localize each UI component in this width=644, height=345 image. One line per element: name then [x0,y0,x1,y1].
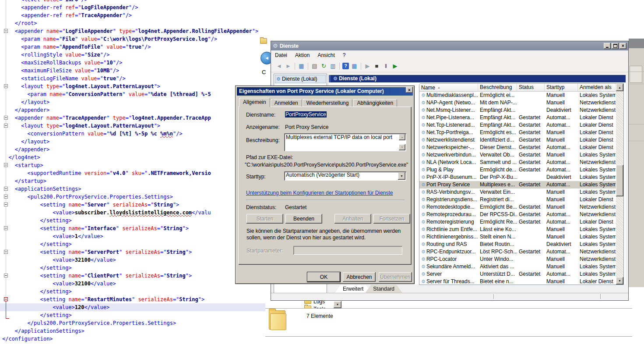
fold-marker[interactable] [4,187,8,191]
dialog-titlebar[interactable]: Eigenschaften von Port Proxy Service (Lo… [237,87,413,96]
starttyp-select[interactable]: Automatisch (Verzögerter Start) ▼ [284,171,406,181]
console-tree-icon[interactable]: ▦ [298,62,305,70]
service-name-cell: ⚙Net.Pipe-Listenera... [419,114,478,121]
close-icon[interactable]: × [406,87,413,93]
stop-service-icon[interactable]: ■ [373,62,380,70]
tab-anmelden[interactable]: Anmelden [271,99,302,107]
abbrechen-button[interactable]: Abbrechen [343,272,376,282]
service-row[interactable]: ⚙RAS-Verbindungsv...Verwaltet Ein...Manu… [419,189,623,196]
service-row[interactable]: ⚙Registrierungsdiens...Registriert di...… [419,196,623,203]
menu-item-help[interactable]: ? [339,50,350,60]
column-header-anmelden-als[interactable]: Anmelden als [578,84,616,92]
startoptions-help-link[interactable]: Unterstützung beim Konfigurieren der Sta… [246,190,393,196]
service-row[interactable]: ⚙Remoteprozedurau...Der RPCSS-Di...Gesta… [419,211,623,218]
service-row[interactable]: ⚙Port Proxy ServiceMultiplexes e...Gesta… [419,181,623,189]
service-row[interactable]: ⚙Netzwerkverbindun...Verwaltet Ob...Gest… [419,151,623,159]
uebernehmen-button[interactable]: Übernehmen [379,272,412,282]
menu-item-datei[interactable]: Datei [271,50,291,60]
fold-marker[interactable] [4,274,8,277]
column-header-status[interactable]: Status [517,84,545,92]
close-button[interactable]: × [619,43,626,49]
service-row[interactable]: ⚙Netzwerkspeicher-...Dieser Dienst...Ges… [419,144,623,151]
help-icon[interactable]: ? [342,63,349,69]
chevron-down-icon[interactable]: ▼ [398,172,405,180]
chevron-down-icon[interactable]: ▼ [334,301,341,308]
pause-service-icon[interactable]: ‖ [382,62,390,70]
code-line[interactable]: <appender-ref ref="LogFileAppender"/> [0,4,644,11]
scrollbar-thumb[interactable] [616,165,623,196]
refresh-icon[interactable]: ↻ [320,62,327,70]
service-row[interactable]: ⚙Net.Tcp-Portfreiga...Ermöglicht es...Ge… [419,129,623,136]
maximize-button[interactable] [612,43,619,49]
menu-item-ansicht[interactable]: Ansicht [313,50,338,60]
service-row[interactable]: ⚙NetzwerklistendienstIdentifiziert d...G… [419,136,623,144]
view-tab-erweitert[interactable]: Erweitert [335,285,371,293]
service-row[interactable]: ⚙Net.Pipe-Listenera...Empfängt Akt...Ges… [419,114,623,121]
vertical-scrollbar[interactable]: ▲ ▼ [616,84,623,285]
ok-button[interactable]: OK [307,272,340,282]
anhalten-button[interactable]: Anhalten [334,214,371,224]
back-icon[interactable]: ◄ [275,62,283,70]
properties-icon[interactable]: ▤ [311,62,318,70]
service-row[interactable]: ⚙PnP-X-IP-Busenum...Der PnP-X-Bu...Deakt… [419,174,623,181]
service-row[interactable]: ⚙Sekundäre Anmeld...Aktiviert das ...Man… [419,263,623,270]
service-row[interactable]: ⚙RemoteregistrierungErmöglicht Re...Gest… [419,218,623,226]
service-row[interactable]: ⚙Richtlinie zum Entfe...Lässt eine Ko...… [419,226,623,233]
menu-item-aktion[interactable]: Aktion [291,50,313,60]
service-row[interactable]: ⚙RPC-LocatorUnter Windo...ManuellNetzwer… [419,256,623,263]
service-row[interactable]: ⚙Remotedesktopdie...Ermöglicht Be...Gest… [419,203,623,211]
fold-marker[interactable] [4,29,8,33]
export-list-icon[interactable]: ▥ [329,62,337,70]
service-row[interactable]: ⚙ServerUnterstützt D...GestartetAutomat.… [419,270,623,278]
service-row[interactable]: ⚙Multimediaklassenpl...Ermöglicht ei...M… [419,92,623,99]
view-tab-standard[interactable]: Standard [365,285,402,293]
column-header-starttyp[interactable]: Starttyp [545,84,578,92]
starten-button[interactable]: Starten [246,214,283,224]
fold-marker[interactable] [4,203,8,206]
service-gear-icon: ⚙ [421,279,426,284]
fold-marker[interactable] [4,124,8,128]
service-row[interactable]: ⚙Net.Msmq-Listener...Empfängt Akt...Deak… [419,107,623,114]
fold-marker[interactable] [4,163,8,167]
fold-marker[interactable] [4,195,8,199]
fold-marker[interactable] [4,226,8,230]
forward-icon[interactable]: ► [285,62,292,70]
service-row[interactable]: ⚙Server für Threads...Bietet eine n...Ma… [419,278,623,285]
service-row[interactable]: ⚙Routing und RASBietet Routin...Deaktivi… [419,241,623,248]
tree-item-dienste-lokal[interactable]: ⚙Dienste (Lokal) [275,75,326,83]
service-row[interactable]: ⚙NLA (Network Loca...Sammelt und ...Gest… [419,159,623,166]
scroll-up-icon[interactable]: ▲ [616,84,623,91]
code-line[interactable]: </root> [0,19,644,27]
code-line[interactable]: <level value="INFO"/> [0,0,644,4]
scroll-down-icon[interactable]: ▼ [399,144,405,150]
minimize-button[interactable] [604,43,611,49]
code-line[interactable]: <appender name="LogFileAppender" type="l… [0,27,644,35]
dienstname-value[interactable]: PortProxyService [285,111,327,117]
service-name-cell: ⚙Richtlinie zum Entfe... [419,226,478,233]
restart-service-icon[interactable]: ▶ [391,62,399,70]
fold-marker[interactable] [4,250,8,254]
beschreibung-field[interactable]: Multiplexes external TCP/IP data on loca… [284,133,406,151]
tab-abhängigkeiten[interactable]: Abhängigkeiten [353,99,397,107]
service-row[interactable]: ⚙RPC-Endpunktzuor...Löst RPC-Sch...Gesta… [419,248,623,256]
column-header-beschreibung[interactable]: Beschreibung [478,84,517,92]
titlebar[interactable]: ⚙ Dienste × [271,41,628,50]
code-line[interactable]: <appender-ref ref="TraceAppender"/> [0,11,644,19]
start-service-icon[interactable]: ▶ [364,62,371,70]
tab-wiederherstellung[interactable]: Wiederherstellung [303,99,353,107]
service-row[interactable]: ⚙Plug & PlayErmöglicht de...GestartetAut… [419,166,623,174]
tab-allgemein[interactable]: Allgemein [239,98,270,107]
service-row[interactable]: ⚙NAP-Agent (Netwo...Mit dem NAP-...Manue… [419,99,623,107]
extended-view-icon[interactable]: ▦ [351,62,358,70]
startparameter-input[interactable] [293,246,402,255]
fortsetzen-button[interactable]: Fortsetzen [373,214,410,224]
fold-marker[interactable] [4,84,8,88]
fold-marker[interactable] [4,297,8,301]
fold-marker[interactable] [4,116,8,120]
scroll-down-icon[interactable]: ▼ [616,277,623,285]
service-row[interactable]: ⚙Net.Tcp-Listenerad...Empfängt Akt...Ges… [419,121,623,129]
scroll-up-icon[interactable]: ▲ [399,134,405,140]
beenden-button[interactable]: Beenden [285,214,322,224]
column-header-name[interactable]: Name▲ [419,84,478,92]
service-row[interactable]: ⚙Richtlinienergebniss...Stellt einen N..… [419,233,623,241]
